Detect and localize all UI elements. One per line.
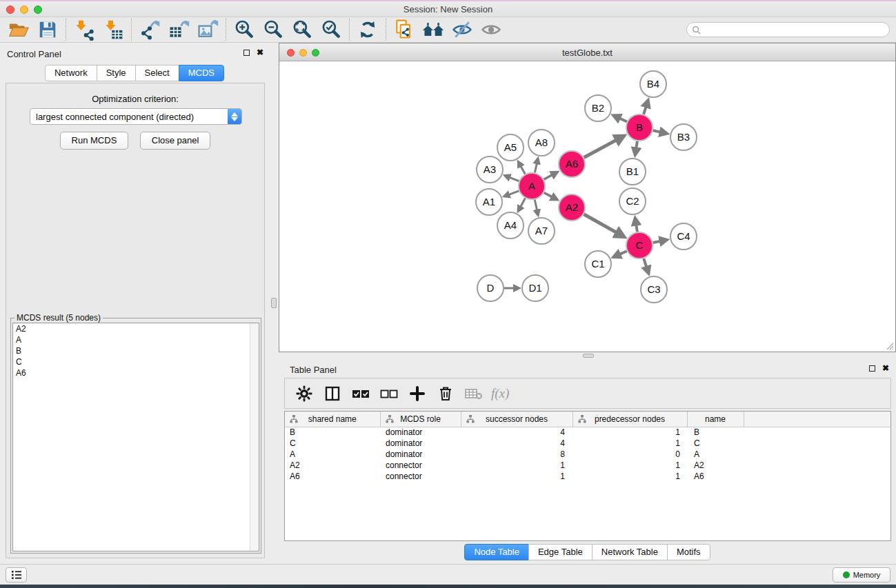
delete-table-icon[interactable] xyxy=(463,383,485,405)
export-table-icon[interactable] xyxy=(164,18,193,41)
table-row[interactable]: Bdominator41B xyxy=(285,427,890,438)
table-options-gear-icon[interactable] xyxy=(293,383,315,405)
vertical-split-divider[interactable] xyxy=(269,43,279,564)
network-window-titlebar[interactable]: testGlobe.txt xyxy=(279,43,895,61)
result-item[interactable]: B xyxy=(13,345,259,356)
search-input[interactable] xyxy=(704,25,889,34)
graph-edge-A-A2[interactable] xyxy=(544,192,552,196)
export-image-icon[interactable] xyxy=(193,18,222,41)
deselect-all-icon[interactable] xyxy=(378,383,400,405)
result-scrollbar[interactable] xyxy=(250,323,259,551)
column-header-successor-nodes[interactable]: successor nodes xyxy=(461,412,573,427)
column-header-shared-name[interactable]: shared name xyxy=(285,412,380,427)
result-item[interactable]: C xyxy=(13,356,259,367)
tab-select[interactable]: Select xyxy=(135,65,179,81)
result-item[interactable]: A6 xyxy=(13,367,259,378)
zoom-fit-icon[interactable] xyxy=(288,18,317,41)
graph-edge-A-A4[interactable] xyxy=(521,199,526,207)
mcds-tab-content: Optimization criterion: largest connecte… xyxy=(6,83,265,558)
graph-edge-A6-B[interactable] xyxy=(584,140,617,157)
home-layout-icon[interactable] xyxy=(419,18,448,41)
resize-grip-icon[interactable] xyxy=(884,341,894,350)
search-field[interactable] xyxy=(686,22,890,37)
float-panel-icon[interactable] xyxy=(243,50,250,56)
graph-edge-B-B4[interactable] xyxy=(644,107,646,114)
graph-edge-A-A5[interactable] xyxy=(521,166,525,174)
main-titlebar: Session: New Session xyxy=(0,1,896,17)
export-network-icon[interactable] xyxy=(135,18,164,41)
add-column-icon[interactable] xyxy=(406,383,428,405)
column-header-predecessor-nodes[interactable]: predecessor nodes xyxy=(573,412,687,427)
hide-selected-icon[interactable] xyxy=(448,18,477,41)
zoom-selected-icon[interactable] xyxy=(317,18,346,41)
graph-edge-A-A1[interactable] xyxy=(509,191,519,194)
graph-edge-B-B1[interactable] xyxy=(636,141,637,148)
tab-network[interactable]: Network xyxy=(45,65,97,81)
float-panel-icon[interactable] xyxy=(869,365,875,372)
graph-edge-C-C3[interactable] xyxy=(644,258,646,267)
function-builder-icon[interactable]: f(x) xyxy=(491,383,509,405)
table-row[interactable]: Adominator80A xyxy=(285,449,890,460)
network-canvas[interactable]: B4B2BB3A8A5A6B1A3AA1C2A2A4A7C4CC1C3DD1 xyxy=(279,61,895,352)
graph-edge-B-B2[interactable] xyxy=(619,119,627,122)
result-item[interactable]: A2 xyxy=(13,323,259,334)
control-panel-title: Control Panel xyxy=(7,49,61,59)
graph-edge-A2-C[interactable] xyxy=(584,214,616,233)
tab-mcds[interactable]: MCDS xyxy=(179,65,224,81)
graph-edge-A-A7[interactable] xyxy=(535,200,537,210)
tab-network-table[interactable]: Network Table xyxy=(592,544,668,560)
graph-edge-A-A8[interactable] xyxy=(535,163,537,172)
tab-edge-table[interactable]: Edge Table xyxy=(528,544,593,560)
window-title: Session: New Session xyxy=(0,4,896,14)
run-mcds-button[interactable]: Run MCDS xyxy=(60,132,129,150)
show-columns-icon[interactable] xyxy=(321,383,344,405)
open-file-icon[interactable] xyxy=(4,18,33,41)
tab-style[interactable]: Style xyxy=(97,65,136,81)
table-row[interactable]: Cdominator41C xyxy=(285,438,890,449)
refresh-icon[interactable] xyxy=(353,18,382,41)
table-row[interactable]: A6connector11A6 xyxy=(285,471,890,482)
zoom-in-icon[interactable] xyxy=(230,18,259,41)
tab-node-table[interactable]: Node Table xyxy=(464,544,529,560)
graph-node-label: C3 xyxy=(647,283,660,295)
save-session-icon[interactable] xyxy=(33,18,62,41)
close-panel-icon[interactable]: ✖ xyxy=(257,49,263,56)
search-icon xyxy=(692,26,701,34)
graph-edge-B-B3[interactable] xyxy=(653,130,661,132)
table-toolbar: f(x) xyxy=(284,378,891,409)
zoom-out-icon[interactable] xyxy=(259,18,288,41)
graph-edge-A-A3[interactable] xyxy=(510,177,519,181)
table-row[interactable]: A2connector11A2 xyxy=(285,460,890,471)
horizontal-split-divider[interactable] xyxy=(279,352,896,358)
graph-node-label: B xyxy=(636,121,643,133)
graph-node-label: B1 xyxy=(626,165,639,177)
graph-edge-C-C4[interactable] xyxy=(653,241,661,243)
tab-motifs[interactable]: Motifs xyxy=(667,544,710,560)
divider-grip[interactable] xyxy=(271,298,277,308)
memory-button[interactable]: Memory xyxy=(833,567,890,582)
delete-columns-icon[interactable] xyxy=(435,383,457,405)
divider-grip[interactable] xyxy=(583,354,594,358)
graph-node-label: A xyxy=(528,180,535,192)
network-from-selection-icon[interactable] xyxy=(390,18,419,41)
close-panel-button[interactable]: Close panel xyxy=(140,132,211,150)
graph-edge-A-A6[interactable] xyxy=(544,175,552,180)
column-header-name[interactable]: name xyxy=(687,412,744,427)
table-body: Bdominator41BCdominator41CAdominator80AA… xyxy=(285,427,890,482)
result-item[interactable]: A xyxy=(13,334,259,345)
task-history-button[interactable] xyxy=(6,567,27,582)
select-all-icon[interactable] xyxy=(350,383,372,405)
import-network-icon[interactable] xyxy=(70,18,99,41)
show-all-icon[interactable] xyxy=(477,18,506,41)
graph-node-label: C xyxy=(636,239,644,251)
network-graph: B4B2BB3A8A5A6B1A3AA1C2A2A4A7C4CC1C3DD1 xyxy=(279,61,895,352)
optimization-criterion-label: Optimization criterion: xyxy=(6,94,264,104)
graph-node-label: A6 xyxy=(566,158,578,170)
graph-edge-C-C2[interactable] xyxy=(636,225,637,232)
network-window-title: testGlobe.txt xyxy=(279,48,895,58)
graph-edge-C-C1[interactable] xyxy=(619,251,626,254)
close-panel-icon[interactable]: ✖ xyxy=(882,365,889,372)
import-table-icon[interactable] xyxy=(99,18,128,41)
optimization-criterion-dropdown[interactable]: largest connected component (directed) xyxy=(30,108,242,125)
column-header-MCDS-role[interactable]: MCDS role xyxy=(380,412,461,427)
